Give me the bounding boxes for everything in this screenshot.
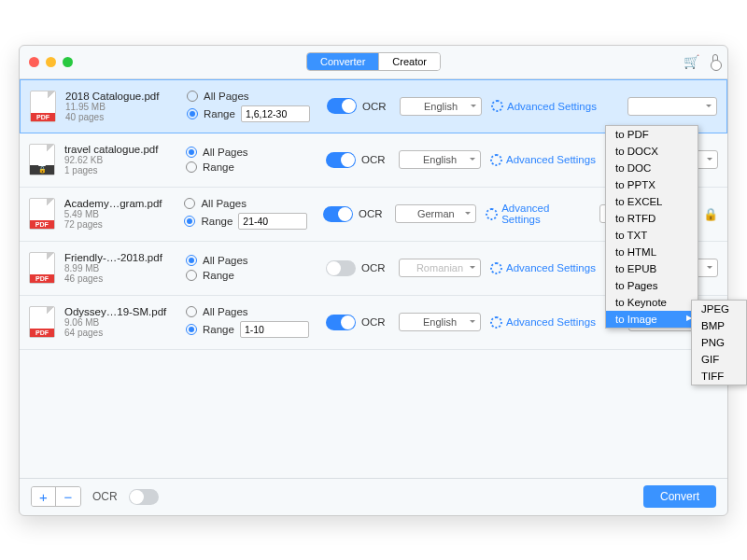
advanced-settings-link[interactable]: Advanced Settings <box>490 154 596 166</box>
lock-icon[interactable]: 🔒 <box>703 207 718 221</box>
radio-range[interactable] <box>186 270 197 281</box>
range-label: Range <box>203 324 234 335</box>
footer: + − OCR Convert <box>20 478 727 515</box>
range-input[interactable] <box>241 105 310 122</box>
radio-all-pages[interactable] <box>186 306 197 317</box>
ocr-group: OCR <box>323 206 386 222</box>
remove-button[interactable]: − <box>56 487 80 506</box>
add-button[interactable]: + <box>32 487 56 506</box>
file-size: 5.49 MB <box>64 209 176 219</box>
close-button[interactable] <box>29 57 39 67</box>
image-format-submenu[interactable]: JPEGBMPPNGGIFTIFF <box>691 300 747 385</box>
file-name: Academy…gram.pdf <box>64 198 176 209</box>
ocr-toggle[interactable] <box>327 98 357 114</box>
mode-segmented-control[interactable]: Converter Creator <box>306 52 441 71</box>
output-format-select[interactable] <box>627 97 717 116</box>
file-pagecount: 46 pages <box>64 273 176 284</box>
all-pages-label: All Pages <box>203 306 248 317</box>
format-dropdown-menu[interactable]: to PDFto DOCXto DOCto PPTXto EXCELto RTF… <box>605 125 698 329</box>
ocr-global-label: OCR <box>92 490 118 503</box>
language-select[interactable]: German <box>395 204 476 223</box>
ocr-label: OCR <box>359 208 383 219</box>
file-meta: 2018 Catalogue.pdf11.95 MB40 pages <box>65 91 177 122</box>
format-option[interactable]: to EXCEL <box>606 193 698 210</box>
file-meta: travel catalogue.pdf92.62 KB1 pages <box>64 144 176 175</box>
format-option[interactable]: to EPUB <box>606 260 698 277</box>
radio-all-pages[interactable] <box>187 91 198 102</box>
page-range-group: All PagesRange <box>187 91 317 122</box>
gear-icon <box>491 100 503 112</box>
language-select[interactable]: English <box>399 313 481 331</box>
ocr-toggle[interactable] <box>326 152 356 168</box>
file-meta: Friendly-…-2018.pdf8.99 MB46 pages <box>64 252 176 284</box>
app-window: Converter Creator 🛒 PDF2018 Catalogue.pd… <box>19 45 728 516</box>
radio-range[interactable] <box>187 108 198 119</box>
ocr-global-toggle[interactable] <box>129 489 159 505</box>
advanced-settings-link[interactable]: Advanced Settings <box>486 203 590 225</box>
image-format-option[interactable]: GIF <box>692 351 746 368</box>
tab-creator[interactable]: Creator <box>379 53 440 70</box>
format-option[interactable]: to PPTX <box>606 176 698 193</box>
range-input[interactable] <box>240 321 309 338</box>
format-option[interactable]: to Keynote <box>606 294 698 311</box>
radio-all-pages[interactable] <box>184 198 195 209</box>
format-option[interactable]: to PDF <box>606 126 698 143</box>
cart-icon[interactable]: 🛒 <box>684 54 699 69</box>
image-format-option[interactable]: JPEG <box>692 301 746 317</box>
range-input[interactable] <box>238 213 307 230</box>
thermometer-icon[interactable] <box>712 54 718 69</box>
ocr-group: OCR <box>327 98 390 114</box>
page-range-group: All PagesRange <box>184 198 314 230</box>
ocr-toggle[interactable] <box>323 206 353 222</box>
language-select[interactable]: Romanian <box>399 259 481 277</box>
language-select[interactable]: English <box>400 97 482 116</box>
radio-all-pages[interactable] <box>186 255 197 266</box>
convert-button[interactable]: Convert <box>643 485 716 508</box>
file-pagecount: 1 pages <box>64 165 176 175</box>
tab-converter[interactable]: Converter <box>307 53 379 70</box>
file-name: Friendly-…-2018.pdf <box>64 252 176 263</box>
format-option[interactable]: to Pages <box>606 277 698 294</box>
file-size: 8.99 MB <box>64 263 176 273</box>
radio-range[interactable] <box>186 161 197 173</box>
file-size: 9.06 MB <box>64 317 176 328</box>
zoom-button[interactable] <box>63 57 73 67</box>
advanced-settings-link[interactable]: Advanced Settings <box>490 316 596 329</box>
file-pagecount: 72 pages <box>64 219 176 230</box>
all-pages-label: All Pages <box>201 198 247 209</box>
all-pages-label: All Pages <box>204 91 249 102</box>
gear-icon <box>490 154 502 166</box>
pdf-file-icon: PDF <box>29 306 55 338</box>
format-option[interactable]: to DOC <box>606 160 698 176</box>
minimize-button[interactable] <box>46 57 56 67</box>
image-format-option[interactable]: BMP <box>692 317 746 334</box>
format-option[interactable]: to DOCX <box>606 143 698 160</box>
pdf-file-icon: 🔒 <box>29 144 55 175</box>
all-pages-label: All Pages <box>203 255 248 266</box>
format-option[interactable]: to RTFD <box>606 210 698 227</box>
gear-icon <box>490 262 502 274</box>
image-format-option[interactable]: PNG <box>692 334 746 351</box>
range-label: Range <box>203 270 234 281</box>
page-range-group: All PagesRange <box>186 255 317 281</box>
advanced-settings-link[interactable]: Advanced Settings <box>490 262 596 274</box>
ocr-toggle[interactable] <box>326 315 356 330</box>
format-option[interactable]: to HTML <box>606 244 698 260</box>
file-pagecount: 40 pages <box>65 112 177 122</box>
pdf-file-icon: PDF <box>29 252 55 284</box>
advanced-settings-link[interactable]: Advanced Settings <box>491 100 597 112</box>
ocr-toggle[interactable] <box>326 260 356 276</box>
gear-icon <box>490 316 502 329</box>
image-format-option[interactable]: TIFF <box>692 368 746 385</box>
ocr-label: OCR <box>361 154 386 165</box>
page-range-group: All PagesRange <box>186 306 317 338</box>
radio-all-pages[interactable] <box>186 147 197 158</box>
radio-range[interactable] <box>186 324 197 335</box>
language-select[interactable]: English <box>399 150 481 169</box>
radio-range[interactable] <box>184 216 195 227</box>
ocr-group: OCR <box>326 260 389 276</box>
titlebar: Converter Creator 🛒 <box>20 46 727 79</box>
format-option[interactable]: to Image <box>606 311 698 328</box>
format-option[interactable]: to TXT <box>606 227 698 244</box>
gear-icon <box>486 208 498 220</box>
